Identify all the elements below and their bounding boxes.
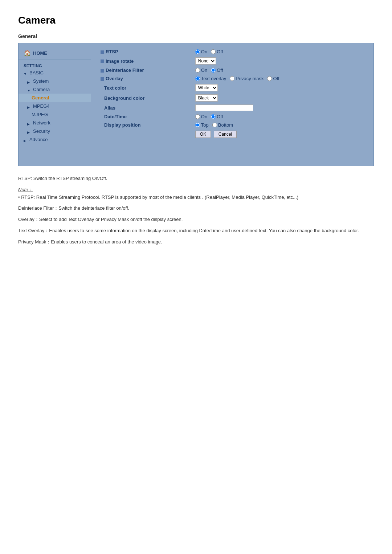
datetime-radio-group: On Off xyxy=(195,114,364,119)
sidebar-item-mpeg4[interactable]: MPEG4 xyxy=(19,102,91,110)
overlay-off-radio[interactable] xyxy=(267,76,272,81)
datetime-off-label[interactable]: Off xyxy=(211,114,223,119)
row-alias: Alias xyxy=(98,103,366,112)
datetime-on-radio[interactable] xyxy=(195,114,200,119)
label-deinterlace: Deinterlace Filter xyxy=(98,66,193,74)
value-text-color: White Black Red Green Blue xyxy=(193,83,366,93)
main-panel: 🏠 HOME SETTING BASIC System Camera Gener… xyxy=(18,43,374,166)
sidebar-label-mpeg4: MPEG4 xyxy=(33,103,50,109)
overlay-privacymask-label[interactable]: Privacy mask xyxy=(230,76,264,81)
sidebar-label-network: Network xyxy=(33,120,50,126)
rtsp-on-label[interactable]: On xyxy=(195,49,207,54)
rtsp-off-label[interactable]: Off xyxy=(211,49,223,54)
deinterlace-off-radio[interactable] xyxy=(211,68,216,73)
sidebar-label-advance: Advance xyxy=(29,137,48,142)
sidebar-label-basic: BASIC xyxy=(29,70,44,75)
label-image-rotate: Image rotate xyxy=(98,56,193,66)
sidebar-item-system[interactable]: System xyxy=(19,77,91,85)
value-image-rotate: None xyxy=(193,56,366,66)
row-overlay: Overlay Text overlay Privacy mask Off xyxy=(98,74,366,83)
sidebar-label-security: Security xyxy=(33,128,50,134)
sidebar-item-security[interactable]: Security xyxy=(19,127,91,135)
overlay-privacymask-radio[interactable] xyxy=(230,76,234,81)
rtsp-note: • RTSP: Real Time Streaming Protocol. RT… xyxy=(18,194,298,200)
sidebar-label-camera: Camera xyxy=(33,87,50,92)
sq-icon-rtsp xyxy=(101,50,104,54)
buttons-cell: OK Cancel xyxy=(193,129,366,139)
label-text-color: Text color xyxy=(98,83,193,93)
overlay-radio-group: Text overlay Privacy mask Off xyxy=(195,76,364,81)
position-bottom-radio[interactable] xyxy=(212,123,217,127)
section-label: General xyxy=(18,33,374,39)
label-overlay: Overlay xyxy=(98,74,193,83)
row-background-color: Background color Black White Red Green B… xyxy=(98,93,366,103)
arrow-down-icon xyxy=(24,71,28,75)
value-deinterlace: On Off xyxy=(193,66,366,74)
rtsp-off-radio[interactable] xyxy=(211,49,216,54)
text-color-select[interactable]: White Black Red Green Blue xyxy=(195,84,218,91)
label-display-position: Display position xyxy=(98,121,193,129)
position-bottom-label[interactable]: Bottom xyxy=(212,122,233,128)
sidebar-item-network[interactable]: Network xyxy=(19,119,91,127)
sidebar-item-camera[interactable]: Camera xyxy=(19,85,91,94)
sidebar-item-general[interactable]: General xyxy=(19,94,91,102)
row-image-rotate: Image rotate None xyxy=(98,56,366,66)
row-buttons: OK Cancel xyxy=(98,129,366,139)
sidebar-item-mjpeg[interactable]: MJPEG xyxy=(19,110,91,119)
value-display-position: Top Bottom xyxy=(193,121,366,129)
ok-button[interactable]: OK xyxy=(195,131,211,138)
sidebar-label-mjpeg: MJPEG xyxy=(32,112,48,117)
row-datetime: Date/Time On Off xyxy=(98,112,366,121)
arrow-right-icon-network xyxy=(27,121,32,125)
deinterlace-description: Deinterlace Filter：Switch the deinterlac… xyxy=(18,205,374,212)
display-position-radio-group: Top Bottom xyxy=(195,122,364,128)
form-table: RTSP On Off xyxy=(98,48,366,139)
sidebar-setting-label: SETTING xyxy=(19,62,91,69)
arrow-right-icon-security xyxy=(27,129,32,134)
text-overlay-description: Text Overlay：Enables users to see some i… xyxy=(18,227,374,235)
arrow-right-icon-mpeg4 xyxy=(27,104,32,108)
empty-cell xyxy=(98,129,193,139)
sidebar-item-basic[interactable]: BASIC xyxy=(19,69,91,77)
image-rotate-select[interactable]: None xyxy=(195,57,216,65)
row-deinterlace: Deinterlace Filter On Off xyxy=(98,66,366,74)
position-top-label[interactable]: Top xyxy=(195,122,209,128)
datetime-on-label[interactable]: On xyxy=(195,114,207,119)
arrow-down-icon-camera xyxy=(27,87,32,92)
sq-icon-image-rotate xyxy=(101,59,104,63)
background-color-select[interactable]: Black White Red Green Blue xyxy=(195,94,218,102)
alias-input[interactable] xyxy=(195,104,253,111)
cancel-button[interactable]: Cancel xyxy=(214,131,237,138)
label-alias: Alias xyxy=(98,103,193,112)
sidebar-home[interactable]: 🏠 HOME xyxy=(19,47,91,60)
rtsp-on-radio[interactable] xyxy=(195,49,200,54)
position-top-radio[interactable] xyxy=(195,123,200,127)
arrow-right-icon-advance xyxy=(24,138,28,142)
deinterlace-on-label[interactable]: On xyxy=(195,67,207,73)
overlay-textoverlay-radio[interactable] xyxy=(195,76,200,81)
overlay-textoverlay-label[interactable]: Text overlay xyxy=(195,76,226,81)
row-rtsp: RTSP On Off xyxy=(98,48,366,56)
sq-icon-overlay xyxy=(101,77,104,81)
sidebar-item-advance[interactable]: Advance xyxy=(19,135,91,144)
note-section: Note： • RTSP: Real Time Streaming Protoc… xyxy=(18,186,374,201)
overlay-off-label[interactable]: Off xyxy=(267,76,279,81)
label-rtsp: RTSP xyxy=(98,48,193,56)
home-icon: 🏠 xyxy=(24,50,31,57)
value-rtsp: On Off xyxy=(193,48,366,56)
sidebar-home-label: HOME xyxy=(33,50,47,56)
row-display-position: Display position Top Bottom xyxy=(98,121,366,129)
rtsp-description: RTSP: Switch the RTSP streaming On/Off. xyxy=(18,175,374,182)
deinterlace-off-label[interactable]: Off xyxy=(211,67,223,73)
overlay-description: Overlay：Select to add Text Overlay or Pr… xyxy=(18,216,374,223)
datetime-off-radio[interactable] xyxy=(211,114,216,119)
deinterlace-on-radio[interactable] xyxy=(195,68,200,73)
sidebar-label-system: System xyxy=(33,78,49,84)
page-title: Camera xyxy=(18,15,374,26)
label-datetime: Date/Time xyxy=(98,112,193,121)
value-background-color: Black White Red Green Blue xyxy=(193,93,366,103)
sq-icon-deinterlace xyxy=(101,69,104,73)
row-text-color: Text color White Black Red Green Blue xyxy=(98,83,366,93)
rtsp-radio-group: On Off xyxy=(195,49,364,54)
deinterlace-radio-group: On Off xyxy=(195,67,364,73)
